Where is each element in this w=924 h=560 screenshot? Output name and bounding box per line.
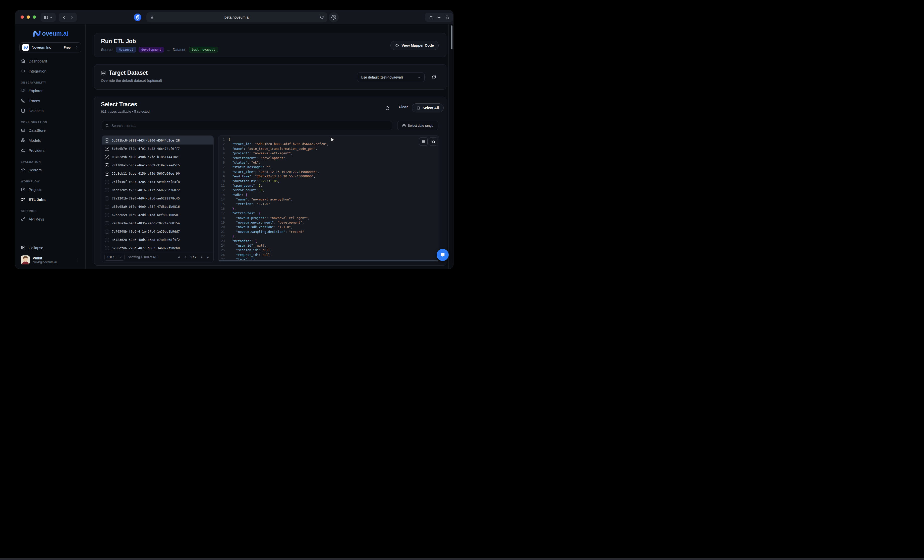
dataset-dropdown[interactable]: Use default (test-novaeval) — [357, 72, 424, 82]
trace-row[interactable]: 5790efa6-278d-4077-b982-346872f9beb0 — [102, 244, 213, 252]
kebab-menu-icon[interactable] — [76, 258, 80, 262]
last-page-button[interactable]: » — [207, 255, 209, 259]
share-icon[interactable] — [429, 15, 433, 19]
trace-row[interactable]: 33b8cb11-6cbe-415b-af5d-5607e20eef90 — [102, 169, 213, 178]
sidebar-item-models[interactable]: Models — [18, 135, 82, 145]
code-line: 23 "metadata": { — [219, 239, 439, 243]
line-number: 6 — [219, 160, 228, 165]
checkbox-unchecked-icon[interactable] — [105, 221, 109, 225]
user-menu[interactable]: Pulkit pulkit@noveum.ai — [18, 254, 82, 266]
horizontal-scrollbar[interactable] — [219, 260, 438, 261]
clear-button[interactable]: Clear — [399, 105, 408, 109]
reload-icon[interactable] — [320, 15, 324, 19]
explorer-icon — [21, 88, 26, 93]
wrap-lines-button[interactable] — [419, 137, 428, 146]
sidebar-item-label: Datasets — [28, 109, 44, 113]
trace-row[interactable]: a85e05a9-bf7e-40e9-a75f-47d8ba1b0816 — [102, 202, 213, 211]
line-number: 20 — [219, 225, 228, 229]
trace-rows: 5d391bc8-b888-4d3f-b206-d5644d2cef285b5e… — [102, 136, 213, 252]
first-page-button[interactable]: « — [178, 255, 180, 259]
star-icon — [21, 168, 26, 172]
trace-row[interactable]: 62bcc659-01e9-42dd-91dd-6ef389100501 — [102, 211, 213, 219]
url-text[interactable]: beta.noveum.ai — [154, 15, 320, 19]
trace-row[interactable]: a3783628-52c6-48d5-b5a8-c7adbd68f4f2 — [102, 236, 213, 244]
avatar — [21, 255, 30, 265]
trace-row[interactable]: 26ff540f-ca87-4285-a1d4-5e9d436fc3f8 — [102, 178, 213, 186]
code-line: 14 "name": "noveum-trace-python", — [219, 197, 439, 202]
url-bar[interactable]: beta.noveum.ai — [146, 12, 327, 22]
checkbox-checked-icon[interactable] — [105, 155, 109, 159]
checkbox-icon — [417, 106, 420, 110]
trace-row[interactable]: 5b5e0b7e-f52b-4f01-8d82-46c474cf0ff7 — [102, 145, 213, 153]
forward-icon[interactable] — [70, 16, 74, 19]
line-number: 2 — [219, 142, 228, 146]
code-line: 8 "start_time": "2025-12-13 10:20:22.819… — [219, 169, 439, 174]
sidebar-item-providers[interactable]: Providers — [18, 145, 82, 155]
sidebar-item-api-keys[interactable]: API Keys — [18, 214, 82, 224]
checkbox-checked-icon[interactable] — [105, 147, 109, 151]
sidebar-item-projects[interactable]: Projects — [18, 184, 82, 195]
sidebar-item-scorers[interactable]: Scorers — [18, 165, 82, 175]
close-window-button[interactable] — [21, 16, 24, 19]
trace-row[interactable]: 78ff08af-5837-46e1-bcd9-318e37aed5f5 — [102, 161, 213, 169]
browser-settings-button[interactable] — [328, 12, 339, 22]
maximize-window-button[interactable] — [33, 16, 36, 19]
shield-extension-icon[interactable] — [134, 13, 142, 22]
trace-row[interactable]: 7e8f6a3a-be0f-4835-9a0c-f9c747c6815a — [102, 219, 213, 227]
checkbox-unchecked-icon[interactable] — [105, 180, 109, 184]
code-line: 22 }, — [219, 234, 439, 239]
copy-json-button[interactable] — [429, 137, 437, 146]
checkbox-unchecked-icon[interactable] — [105, 213, 109, 217]
target-dataset-title: Target Dataset — [109, 69, 148, 76]
sidebar-toggle-button[interactable] — [40, 13, 56, 22]
org-selector[interactable]: Noveum Inc Free — [20, 42, 81, 52]
trace-row[interactable]: 78a2201b-79e0-4d04-b2b6-ae0282878c45 — [102, 194, 213, 202]
view-mapper-code-button[interactable]: View Mapper Code — [390, 41, 439, 50]
checkbox-checked-icon[interactable] — [105, 163, 109, 167]
next-page-button[interactable]: › — [201, 255, 202, 259]
checkbox-unchecked-icon[interactable] — [105, 205, 109, 209]
sidebar-item-datastore[interactable]: DataStore — [18, 125, 82, 135]
trace-row[interactable]: 8ecb3cbf-f733-4016-917f-560726b36872 — [102, 186, 213, 194]
trace-row[interactable]: 7c70508b-f0c6-4f1e-97b0-1e39bd1b9dd7 — [102, 227, 213, 236]
chat-icon — [440, 252, 446, 258]
database-icon — [101, 70, 106, 75]
checkbox-unchecked-icon[interactable] — [105, 238, 109, 242]
checkbox-checked-icon[interactable] — [105, 172, 109, 176]
checkbox-unchecked-icon[interactable] — [105, 229, 109, 234]
sidebar-item-etl-jobs[interactable]: ETL Jobs — [18, 195, 82, 205]
new-tab-icon[interactable] — [437, 15, 441, 19]
tabs-overview-icon[interactable] — [445, 15, 450, 19]
checkbox-checked-icon[interactable] — [105, 138, 109, 142]
gear-icon — [331, 15, 336, 20]
sidebar-item-integration[interactable]: Integration — [18, 66, 82, 76]
environment-badge: development — [139, 47, 164, 52]
page-scrollbar-thumb[interactable] — [451, 25, 453, 49]
search-traces-input[interactable]: Search traces... — [102, 121, 392, 130]
reader-icon[interactable] — [150, 15, 154, 19]
sidebar-item-traces[interactable]: Traces — [18, 96, 82, 106]
traces-icon — [21, 98, 26, 103]
checkbox-unchecked-icon[interactable] — [105, 196, 109, 201]
page-size-select[interactable]: 100 /... — [105, 254, 124, 261]
prev-page-button[interactable]: ‹ — [184, 255, 186, 259]
refresh-traces-button[interactable] — [385, 106, 390, 111]
code-line: 1{ — [219, 137, 439, 142]
refresh-datasets-button[interactable] — [432, 75, 436, 79]
checkbox-unchecked-icon[interactable] — [105, 188, 109, 192]
chat-widget-button[interactable] — [436, 249, 449, 261]
sidebar-item-dashboard[interactable]: Dashboard — [18, 56, 82, 66]
line-number: 23 — [219, 239, 228, 243]
back-icon[interactable] — [62, 16, 66, 19]
checkbox-unchecked-icon[interactable] — [105, 246, 109, 250]
sidebar-item-datasets[interactable]: Datasets — [18, 106, 82, 116]
trace-row[interactable]: 08762a9b-d188-490b-a7fe-b185114410c1 — [102, 153, 213, 161]
minimize-window-button[interactable] — [27, 16, 30, 19]
sidebar-item-label: Scorers — [28, 168, 42, 172]
date-range-button[interactable]: Select date range — [397, 121, 438, 130]
sidebar-collapse-button[interactable]: Collapse — [18, 243, 82, 253]
chevron-down-icon — [417, 75, 421, 79]
sidebar-item-explorer[interactable]: Explorer — [18, 85, 82, 96]
select-all-button[interactable]: Select All — [412, 103, 444, 112]
trace-row[interactable]: 5d391bc8-b888-4d3f-b206-d5644d2cef28 — [102, 136, 213, 145]
